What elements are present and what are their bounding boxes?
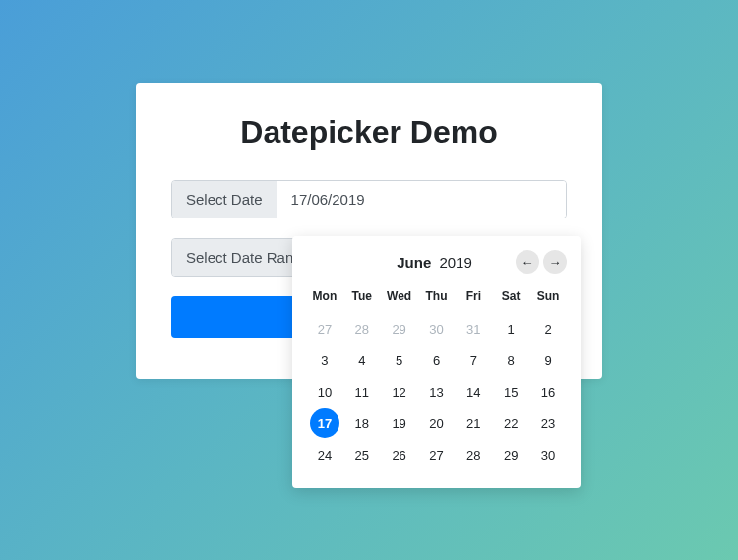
calendar-day[interactable]: 30 xyxy=(418,313,456,344)
weekday-header: Mon xyxy=(306,283,343,313)
weekday-header: Sat xyxy=(492,283,529,313)
datepicker-header: June 2019 ← → xyxy=(306,250,567,274)
calendar-day[interactable]: 25 xyxy=(343,439,381,470)
calendar-day[interactable]: 3 xyxy=(306,344,343,376)
calendar-day[interactable]: 17 xyxy=(306,407,343,439)
calendar-day[interactable]: 12 xyxy=(381,376,418,407)
calendar-day[interactable]: 7 xyxy=(455,344,492,376)
calendar-day[interactable]: 29 xyxy=(381,313,418,344)
datepicker-month: June xyxy=(397,254,431,271)
datepicker-popup: June 2019 ← → MonTueWedThuFriSatSun27282… xyxy=(292,236,581,488)
calendar-day[interactable]: 26 xyxy=(381,439,418,470)
calendar-day[interactable]: 10 xyxy=(306,376,343,407)
calendar-day[interactable]: 23 xyxy=(529,407,567,439)
calendar-day[interactable]: 24 xyxy=(306,439,343,470)
calendar-day[interactable]: 9 xyxy=(529,344,567,376)
datepicker-nav: ← → xyxy=(516,250,567,274)
prev-month-button[interactable]: ← xyxy=(516,250,539,274)
calendar-day[interactable]: 8 xyxy=(492,344,529,376)
next-month-button[interactable]: → xyxy=(543,250,567,274)
weekday-header: Sun xyxy=(529,283,567,313)
calendar-day[interactable]: 15 xyxy=(492,376,529,407)
weekday-header: Fri xyxy=(455,283,492,313)
calendar-day[interactable]: 16 xyxy=(529,376,567,407)
calendar-day[interactable]: 1 xyxy=(492,313,529,344)
datepicker-grid: MonTueWedThuFriSatSun2728293031123456789… xyxy=(306,283,567,470)
calendar-day[interactable]: 4 xyxy=(343,344,381,376)
calendar-day[interactable]: 30 xyxy=(529,439,567,470)
weekday-header: Tue xyxy=(343,283,381,313)
calendar-day[interactable]: 31 xyxy=(455,313,492,344)
calendar-day[interactable]: 13 xyxy=(418,376,456,407)
weekday-header: Wed xyxy=(381,283,418,313)
select-date-input[interactable] xyxy=(277,181,566,218)
calendar-day[interactable]: 27 xyxy=(418,439,456,470)
calendar-day[interactable]: 28 xyxy=(343,313,381,344)
calendar-day[interactable]: 20 xyxy=(418,407,456,439)
calendar-day[interactable]: 28 xyxy=(455,439,492,470)
calendar-day[interactable]: 2 xyxy=(529,313,567,344)
calendar-day[interactable]: 11 xyxy=(343,376,381,407)
calendar-day[interactable]: 5 xyxy=(381,344,418,376)
datepicker-title[interactable]: June 2019 xyxy=(306,254,516,271)
calendar-day[interactable]: 29 xyxy=(492,439,529,470)
calendar-day[interactable]: 18 xyxy=(343,407,381,439)
weekday-header: Thu xyxy=(418,283,456,313)
page-title: Datepicker Demo xyxy=(171,114,567,151)
calendar-day[interactable]: 6 xyxy=(418,344,456,376)
calendar-day[interactable]: 27 xyxy=(306,313,343,344)
calendar-day[interactable]: 19 xyxy=(381,407,418,439)
select-date-label: Select Date xyxy=(172,181,277,218)
calendar-day[interactable]: 14 xyxy=(455,376,492,407)
select-date-group: Select Date xyxy=(171,180,567,218)
calendar-day[interactable]: 22 xyxy=(492,407,529,439)
calendar-day[interactable]: 21 xyxy=(455,407,492,439)
datepicker-year: 2019 xyxy=(439,254,471,271)
